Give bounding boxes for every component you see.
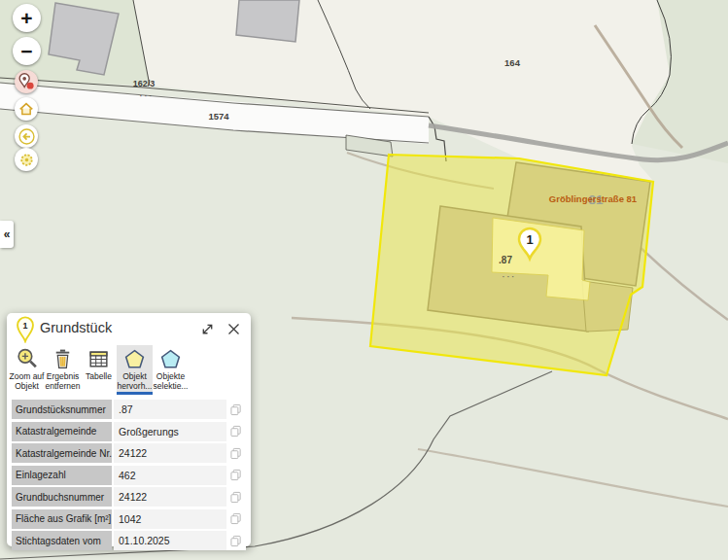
toolbar-remove-result[interactable]: Ergebnis entfernen <box>45 345 81 395</box>
copy-button[interactable] <box>226 509 246 529</box>
label-road-1574: 1574 <box>208 111 229 122</box>
copy-button[interactable] <box>226 487 246 507</box>
toolbar-zoom-to-object[interactable]: Zoom auf Objekt <box>9 345 45 395</box>
copy-icon <box>230 512 242 525</box>
row-label: Fläche aus Grafik [m²] <box>12 509 112 529</box>
crosshair-icon <box>17 150 37 170</box>
close-panel-button[interactable] <box>225 320 242 337</box>
marker-number: 1 <box>526 232 533 247</box>
home-icon <box>17 99 36 119</box>
close-icon <box>226 322 241 336</box>
copy-icon <box>230 403 242 416</box>
copy-button[interactable] <box>226 466 246 485</box>
row-label: Grundstücksnummer <box>12 400 112 419</box>
map-pin-icon <box>16 71 37 92</box>
table-row: Stichtagsdaten vom 01.10.2025 <box>12 531 246 550</box>
copy-icon <box>230 469 242 481</box>
home-button[interactable] <box>15 97 38 121</box>
toolbar-table[interactable]: Tabelle <box>81 345 117 395</box>
expand-panel-button[interactable] <box>198 320 216 337</box>
row-value: 462 <box>114 466 226 485</box>
marker-tool-button[interactable] <box>15 70 38 93</box>
copy-icon <box>230 491 242 504</box>
result-panel: 1 Grundstück Zoom auf <box>7 313 251 546</box>
label-address: Gröblingerstraße 81 <box>549 193 638 204</box>
row-label: Katastralgemeinde <box>12 422 112 441</box>
label-ellipsis-parcel: · · · <box>503 272 514 281</box>
copy-button[interactable] <box>226 422 246 441</box>
label-parcel-87: .87 <box>499 255 512 265</box>
row-value: 1042 <box>114 509 226 529</box>
toolbar-label: selektie... <box>154 382 189 392</box>
copy-button[interactable] <box>226 443 246 463</box>
row-value: Großgerungs <box>114 422 226 441</box>
panel-toolbar: Zoom auf Objekt Ergebnis entfernen <box>7 342 251 395</box>
result-pin-icon: 1 <box>15 316 36 343</box>
table-row: Katastralgemeinde Nr. 24122 <box>12 443 246 463</box>
zoom-to-object-icon <box>15 347 39 371</box>
back-extent-button[interactable] <box>15 124 38 148</box>
table-row: Einlagezahl 462 <box>12 466 246 485</box>
table-row: Katastralgemeinde Großgerungs <box>12 422 246 441</box>
expand-icon <box>200 322 215 336</box>
row-value: 24122 <box>114 443 226 463</box>
panel-title: Grundstück <box>40 320 112 335</box>
toolbar-label: Tabelle <box>86 372 112 382</box>
row-label: Katastralgemeinde Nr. <box>12 443 112 463</box>
table-row: Grundstücksnummer .87 <box>12 400 246 419</box>
zoom-in-button[interactable]: + <box>13 4 41 32</box>
row-value: 24122 <box>114 487 226 507</box>
label-parcel-164: 164 <box>504 57 521 68</box>
row-label: Einlagezahl <box>12 466 112 485</box>
row-value: 01.10.2025 <box>114 531 226 550</box>
copy-icon <box>230 535 242 547</box>
copy-icon <box>230 425 242 438</box>
locate-button[interactable] <box>15 148 38 171</box>
row-label: Grundbuchsnummer <box>12 487 112 507</box>
zoom-out-button[interactable]: − <box>13 37 41 65</box>
highlight-object-icon <box>122 347 147 371</box>
toolbar-highlight-object[interactable]: Objekt hervorh... <box>117 345 153 395</box>
gis-map-viewer: 164 162/3 · · · 1574 81 Gröblingerstraße… <box>0 0 728 560</box>
row-label: Stichtagsdaten vom <box>12 531 112 550</box>
toolbar-label: entfernen <box>46 382 81 392</box>
table-row: Fläche aus Grafik [m²] 1042 <box>12 509 246 529</box>
copy-button[interactable] <box>226 400 246 419</box>
copy-button[interactable] <box>226 531 246 550</box>
row-value: .87 <box>114 400 226 419</box>
table-row: Grundbuchsnummer 24122 <box>12 487 246 507</box>
copy-icon <box>230 447 242 460</box>
building-topleft-2 <box>236 0 299 42</box>
building-annex <box>582 281 633 332</box>
table-icon <box>87 347 111 371</box>
toolbar-label: Objekt <box>15 382 39 392</box>
attribute-table: Grundstücksnummer .87 Katastralgemeinde … <box>12 400 246 550</box>
toolbar-select-objects[interactable]: Objekte selektie... <box>153 345 189 395</box>
sidebar-collapse-button[interactable]: « <box>0 221 14 248</box>
label-parcel-162-3: 162/3 <box>133 79 156 88</box>
toolbar-label: hervorh... <box>118 382 153 392</box>
label-ellipsis-top: · · · <box>140 91 152 100</box>
arrow-left-icon <box>17 126 37 147</box>
panel-header: 1 Grundstück <box>7 313 251 342</box>
trash-icon <box>51 347 75 371</box>
result-pin-number: 1 <box>23 321 28 331</box>
select-objects-icon <box>158 347 183 371</box>
